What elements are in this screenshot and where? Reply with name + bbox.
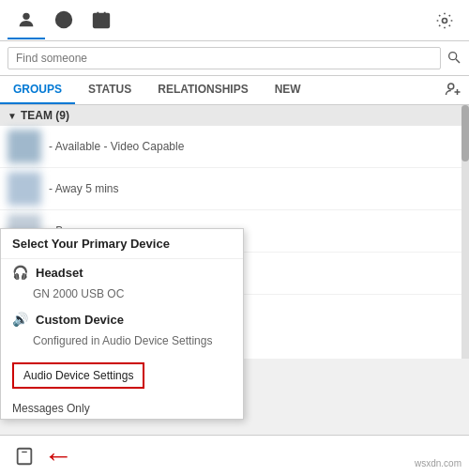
gear-icon — [435, 11, 454, 30]
custom-device-label: Custom Device — [36, 313, 124, 327]
bottom-bar: ← — [0, 435, 469, 476]
people-tab-icon[interactable] — [8, 2, 45, 39]
search-input[interactable] — [8, 47, 441, 69]
clock-tab-icon[interactable] — [45, 2, 83, 39]
tab-status[interactable]: STATUS — [75, 76, 144, 104]
phone-icon — [14, 446, 35, 467]
headset-sub: GN 2000 USB OC — [1, 285, 243, 306]
tab-new[interactable]: NEW — [262, 76, 314, 104]
headset-label: Headset — [36, 266, 83, 280]
add-contact-button[interactable] — [437, 77, 469, 104]
group-header[interactable]: ▼ TEAM (9) — [0, 105, 469, 126]
bottom-icon[interactable] — [9, 441, 39, 471]
svg-rect-16 — [18, 448, 32, 464]
contact-info: - Available - Video Capable — [49, 140, 461, 153]
top-bar — [0, 0, 469, 41]
search-icon — [446, 50, 461, 65]
calendar-tab-icon[interactable] — [83, 2, 120, 39]
svg-rect-4 — [94, 13, 110, 27]
settings-button[interactable] — [428, 4, 461, 38]
search-icon-button[interactable] — [446, 50, 461, 68]
custom-device-sub: Configured in Audio Device Settings — [1, 332, 243, 353]
tab-groups[interactable]: GROUPS — [0, 76, 75, 104]
clock-icon — [53, 9, 74, 30]
svg-line-12 — [456, 59, 460, 63]
red-arrow-indicator: ← — [43, 438, 73, 473]
svg-point-13 — [448, 84, 454, 89]
svg-point-0 — [23, 12, 29, 19]
calendar-icon — [91, 9, 112, 30]
custom-device-option[interactable]: 🔊 Custom Device — [1, 306, 243, 332]
svg-rect-8 — [97, 20, 99, 23]
tabs-bar: GROUPS STATUS RELATIONSHIPS NEW — [0, 76, 469, 105]
contact-status: - Available - Video Capable — [49, 140, 184, 153]
contact-info: - Away 5 mins — [49, 182, 461, 195]
add-contact-icon — [445, 81, 461, 98]
search-bar — [0, 41, 469, 76]
dropdown-title: Select Your Primary Device — [1, 229, 243, 259]
speaker-icon: 🔊 — [12, 312, 28, 327]
tab-relationships[interactable]: RELATIONSHIPS — [144, 76, 261, 104]
headset-option[interactable]: 🎧 Headset — [1, 259, 243, 285]
headset-icon: 🎧 — [12, 265, 28, 280]
contact-row[interactable]: - Away 5 mins — [0, 168, 469, 210]
scrollbar[interactable] — [461, 105, 469, 359]
primary-device-dropdown: Select Your Primary Device 🎧 Headset GN … — [0, 228, 244, 420]
avatar — [8, 172, 41, 206]
messages-only-option[interactable]: Messages Only — [1, 398, 243, 419]
contact-status: - Away 5 mins — [49, 182, 118, 195]
contact-row[interactable]: - Available - Video Capable — [0, 126, 469, 168]
svg-point-10 — [443, 18, 447, 23]
watermark: wsxdn.com — [415, 458, 461, 468]
svg-rect-9 — [102, 20, 105, 23]
svg-point-11 — [449, 52, 457, 59]
person-icon — [16, 9, 37, 30]
audio-device-settings-button[interactable]: Audio Device Settings — [12, 362, 144, 389]
group-expand-arrow: ▼ — [8, 111, 17, 121]
avatar — [8, 130, 41, 163]
scrollbar-thumb[interactable] — [461, 105, 469, 161]
group-name: TEAM — [21, 109, 53, 122]
group-count: (9) — [53, 109, 69, 122]
